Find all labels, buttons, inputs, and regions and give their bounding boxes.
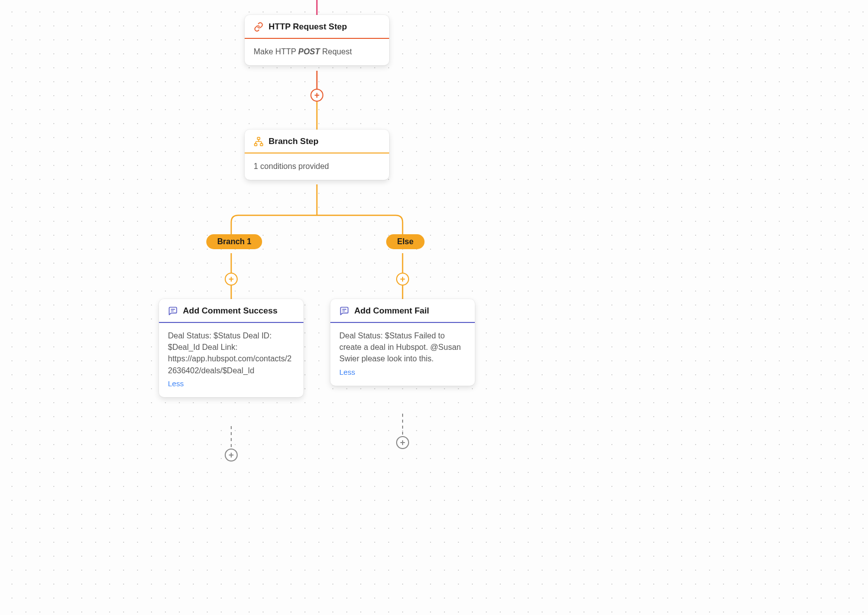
node-header: Add Comment Fail	[330, 299, 475, 323]
pill-label: Branch 1	[217, 237, 251, 246]
body-method: POST	[298, 47, 320, 56]
node-title: Add Comment Success	[183, 306, 278, 316]
add-step-button-end-left[interactable]: +	[225, 449, 238, 461]
connector-layer	[0, 0, 651, 461]
add-step-button-left[interactable]: +	[225, 273, 238, 286]
branch-pill-else[interactable]: Else	[386, 234, 425, 249]
sitemap-icon	[254, 137, 264, 147]
add-step-button[interactable]: +	[310, 89, 323, 102]
less-toggle[interactable]: Less	[168, 378, 184, 389]
plus-icon: +	[400, 438, 406, 447]
less-toggle[interactable]: Less	[339, 367, 355, 378]
pill-label: Else	[397, 237, 414, 246]
link-icon	[254, 22, 264, 32]
add-step-button-end-right[interactable]: +	[396, 436, 409, 449]
body-text: Deal Status: $Status Failed to create a …	[339, 331, 461, 363]
body-text: 1 conditions provided	[254, 162, 329, 170]
plus-icon: +	[314, 91, 320, 100]
node-header: HTTP Request Step	[245, 15, 389, 39]
node-body: 1 conditions provided	[245, 154, 389, 180]
node-body: Make HTTP POST Request	[245, 39, 389, 65]
node-body: Deal Status: $Status Failed to create a …	[330, 323, 475, 386]
node-title: Branch Step	[269, 137, 318, 147]
add-comment-fail-node[interactable]: Add Comment Fail Deal Status: $Status Fa…	[330, 299, 475, 386]
body-text-suffix: Request	[320, 47, 352, 56]
http-request-step-node[interactable]: HTTP Request Step Make HTTP POST Request	[245, 15, 389, 65]
workflow-canvas[interactable]: HTTP Request Step Make HTTP POST Request…	[0, 0, 651, 461]
plus-icon: +	[229, 275, 234, 284]
body-text: Deal Status: $Status Deal ID: $Deal_Id D…	[168, 331, 291, 375]
comment-icon	[339, 306, 349, 316]
node-header: Add Comment Success	[159, 299, 303, 323]
node-body: Deal Status: $Status Deal ID: $Deal_Id D…	[159, 323, 303, 397]
add-step-button-right[interactable]: +	[396, 273, 409, 286]
branch-pill-1[interactable]: Branch 1	[206, 234, 262, 249]
body-text-prefix: Make HTTP	[254, 47, 298, 56]
plus-icon: +	[400, 275, 406, 284]
branch-step-node[interactable]: Branch Step 1 conditions provided	[245, 130, 389, 180]
node-title: Add Comment Fail	[354, 306, 429, 316]
node-header: Branch Step	[245, 130, 389, 154]
plus-icon: +	[229, 451, 234, 460]
add-comment-success-node[interactable]: Add Comment Success Deal Status: $Status…	[159, 299, 303, 397]
node-title: HTTP Request Step	[269, 22, 347, 32]
comment-icon	[168, 306, 178, 316]
